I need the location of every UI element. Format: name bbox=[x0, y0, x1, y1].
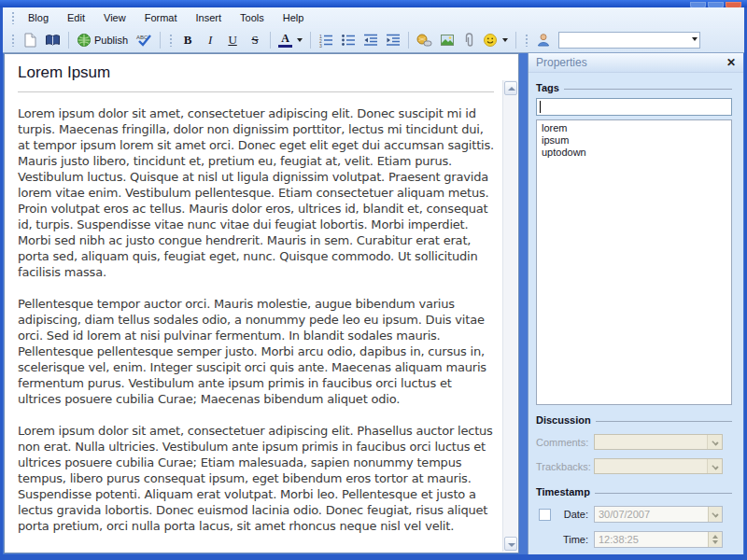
chevron-down-icon bbox=[712, 463, 718, 469]
font-color-button[interactable]: A bbox=[275, 32, 305, 49]
window-titlebar[interactable] bbox=[0, 0, 747, 7]
toolbar-grip[interactable] bbox=[524, 34, 529, 47]
style-combobox-value bbox=[559, 36, 562, 48]
menubar-grip[interactable] bbox=[10, 11, 15, 24]
chevron-down-icon bbox=[712, 439, 718, 445]
tags-section-header: Tags bbox=[536, 82, 732, 93]
toolbar-separator bbox=[270, 32, 271, 49]
comments-row: Comments: bbox=[536, 434, 732, 450]
chevron-down-icon bbox=[692, 37, 698, 41]
italic-button[interactable]: I bbox=[200, 31, 220, 49]
date-row: Date: 30/07/2007 bbox=[536, 506, 732, 523]
tag-list-item[interactable]: lorem bbox=[537, 122, 731, 134]
date-field[interactable]: 30/07/2007 bbox=[594, 506, 723, 523]
menu-blog[interactable]: Blog bbox=[19, 9, 58, 26]
trackbacks-label: Trackbacks: bbox=[536, 461, 594, 472]
paperclip-icon bbox=[462, 33, 475, 48]
toolbar-separator bbox=[408, 32, 409, 49]
menu-tools[interactable]: Tools bbox=[231, 9, 274, 26]
trackbacks-row: Trackbacks: bbox=[536, 458, 732, 474]
arrow-up-icon bbox=[508, 87, 515, 91]
menu-bar: Blog Edit View Format Insert Tools Help bbox=[3, 7, 744, 28]
menu-format[interactable]: Format bbox=[135, 9, 187, 26]
strikethrough-button[interactable]: S bbox=[245, 31, 265, 49]
publish-button-label: Publish bbox=[94, 35, 128, 46]
comments-label: Comments: bbox=[536, 437, 594, 448]
menu-help[interactable]: Help bbox=[274, 9, 314, 26]
date-checkbox[interactable] bbox=[539, 509, 551, 521]
time-spinner[interactable] bbox=[708, 532, 722, 547]
spellcheck-icon: ABC bbox=[135, 33, 152, 48]
svg-text:3: 3 bbox=[319, 43, 322, 48]
indent-button[interactable] bbox=[383, 31, 403, 49]
outdent-button[interactable] bbox=[360, 31, 381, 49]
post-body[interactable]: Lorem ipsum dolor sit amet, consectetuer… bbox=[18, 105, 494, 534]
date-label: Date: bbox=[551, 509, 594, 520]
time-value: 12:38:25 bbox=[599, 534, 639, 545]
open-post-button[interactable] bbox=[42, 31, 63, 49]
publish-button[interactable]: Publish bbox=[74, 31, 131, 49]
attach-file-button[interactable] bbox=[459, 31, 478, 49]
time-field[interactable]: 12:38:25 bbox=[594, 531, 723, 548]
discussion-label: Discussion bbox=[536, 414, 591, 426]
title-divider bbox=[18, 91, 494, 92]
post-editor[interactable]: Lorem Ipsum Lorem ipsum dolor sit amet, … bbox=[4, 53, 519, 553]
post-paragraph: Lorem ipsum dolor sit amet, consectetuer… bbox=[18, 423, 494, 534]
arrow-down-icon bbox=[508, 543, 515, 547]
insert-image-button[interactable] bbox=[437, 31, 458, 49]
spellcheck-button[interactable]: ABC bbox=[133, 31, 155, 49]
toolbar-separator bbox=[68, 32, 69, 49]
properties-panel-title: Properties bbox=[536, 56, 587, 69]
properties-panel: Properties ✕ Tags lorem ipsum uptodown D… bbox=[528, 53, 743, 554]
outdent-icon bbox=[363, 33, 378, 48]
tags-input[interactable] bbox=[536, 98, 732, 116]
timestamp-section-header: Timestamp bbox=[536, 486, 732, 497]
discussion-section-header: Discussion bbox=[536, 414, 732, 426]
bold-label: B bbox=[180, 33, 195, 48]
toolbar-grip[interactable] bbox=[168, 34, 173, 47]
scroll-down-button[interactable] bbox=[504, 537, 517, 551]
tag-list-item[interactable]: ipsum bbox=[537, 134, 731, 147]
toolbar-separator bbox=[515, 32, 516, 49]
close-panel-button[interactable]: ✕ bbox=[726, 57, 736, 68]
new-post-button[interactable] bbox=[20, 31, 40, 49]
insert-emoticon-button[interactable] bbox=[480, 31, 511, 49]
menu-view[interactable]: View bbox=[94, 9, 135, 26]
comments-dropdown[interactable] bbox=[594, 434, 723, 450]
date-value: 30/07/2007 bbox=[599, 509, 650, 520]
post-title[interactable]: Lorem Ipsum bbox=[18, 62, 494, 82]
author-button[interactable] bbox=[533, 31, 554, 49]
numbered-list-icon: 123 bbox=[318, 33, 333, 48]
smiley-icon bbox=[483, 33, 498, 48]
underline-button[interactable]: U bbox=[222, 31, 243, 49]
style-combobox[interactable] bbox=[558, 32, 700, 49]
underline-label: U bbox=[225, 33, 240, 48]
time-label: Time: bbox=[551, 534, 594, 545]
tags-list[interactable]: lorem ipsum uptodown bbox=[536, 119, 732, 405]
arrow-up-icon bbox=[712, 535, 718, 539]
chevron-down-icon bbox=[712, 511, 718, 517]
bulleted-list-button[interactable] bbox=[338, 31, 359, 49]
trackbacks-dropdown[interactable] bbox=[594, 458, 723, 474]
post-paragraph: Pellentesque tempor auctor orci. Mauris … bbox=[18, 296, 494, 407]
insert-link-button[interactable] bbox=[414, 31, 435, 49]
properties-panel-header: Properties ✕ bbox=[529, 53, 743, 73]
bulleted-list-icon bbox=[341, 33, 356, 48]
menu-insert[interactable]: Insert bbox=[187, 9, 232, 26]
toolbar: Publish ABC B I U S A 123 bbox=[3, 28, 744, 52]
editor-scrollbar[interactable] bbox=[502, 80, 517, 552]
time-row: Time: 12:38:25 bbox=[536, 531, 732, 548]
indent-icon bbox=[386, 33, 401, 48]
tag-list-item[interactable]: uptodown bbox=[537, 147, 731, 159]
scroll-up-button[interactable] bbox=[504, 81, 517, 95]
toolbar-grip[interactable] bbox=[10, 34, 15, 47]
section-divider bbox=[596, 421, 732, 422]
text-cursor bbox=[540, 101, 541, 113]
post-paragraph: Lorem ipsum dolor sit amet, consectetuer… bbox=[18, 105, 494, 280]
numbered-list-button[interactable]: 123 bbox=[316, 31, 336, 49]
font-color-icon: A bbox=[278, 34, 292, 48]
bold-button[interactable]: B bbox=[177, 31, 198, 49]
strikethrough-label: S bbox=[247, 33, 262, 48]
toolbar-separator bbox=[160, 32, 161, 49]
menu-edit[interactable]: Edit bbox=[58, 9, 94, 26]
